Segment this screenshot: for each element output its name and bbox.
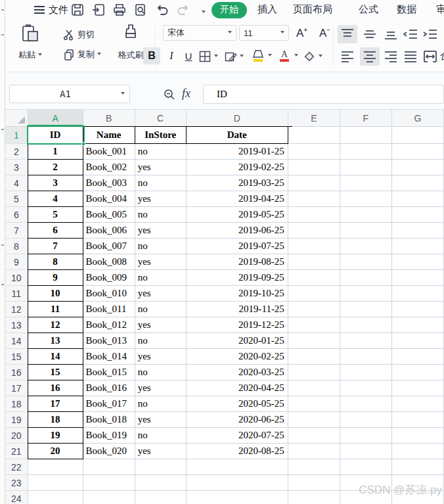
cell-C21[interactable]: yes xyxy=(135,444,187,459)
row-header-12[interactable]: 12 xyxy=(5,302,28,317)
cell-B22[interactable] xyxy=(83,459,135,475)
cell-E19[interactable] xyxy=(288,412,340,428)
cell-B6[interactable]: Book_005 xyxy=(83,207,135,223)
cell-B15[interactable]: Book_014 xyxy=(83,349,135,365)
cell-F4[interactable] xyxy=(340,175,392,191)
shrink-font-button[interactable]: A− xyxy=(319,26,330,40)
cell-E21[interactable] xyxy=(288,444,340,459)
cell-G13[interactable] xyxy=(392,317,444,333)
cell-E6[interactable] xyxy=(288,207,340,223)
redo-button[interactable] xyxy=(175,3,191,17)
cell-F9[interactable] xyxy=(340,254,392,270)
cell-G9[interactable] xyxy=(392,254,444,270)
cell-G19[interactable] xyxy=(392,412,444,428)
cell-D7[interactable]: 2019-06-25 xyxy=(187,223,288,239)
cell-D6[interactable]: 2019-05-25 xyxy=(187,207,288,223)
cell-B5[interactable]: Book_004 xyxy=(83,191,135,207)
cell-C20[interactable]: no xyxy=(135,428,187,444)
cell-F1[interactable] xyxy=(340,127,392,144)
row-header-24[interactable]: 24 xyxy=(5,491,28,504)
cell-D21[interactable]: 2020-08-25 xyxy=(187,444,288,459)
column-header-B[interactable]: B xyxy=(83,110,135,127)
cell-A17[interactable]: 16 xyxy=(28,380,83,396)
cell-D14[interactable]: 2020-01-25 xyxy=(187,333,288,349)
cell-A9[interactable]: 8 xyxy=(28,254,83,270)
cell-D1[interactable]: Date xyxy=(187,127,288,144)
cell-E10[interactable] xyxy=(288,270,340,286)
row-header-5[interactable]: 5 xyxy=(5,191,28,207)
cell-C13[interactable]: yes xyxy=(135,317,187,333)
cell-D2[interactable]: 2019-01-25 xyxy=(187,144,288,160)
cell-D8[interactable]: 2019-07-25 xyxy=(187,239,288,254)
cell-F5[interactable] xyxy=(340,191,392,207)
cell-C3[interactable]: yes xyxy=(135,160,187,175)
cell-C6[interactable]: no xyxy=(135,207,187,223)
cell-C19[interactable]: yes xyxy=(135,412,187,428)
cell-B23[interactable] xyxy=(83,475,135,491)
row-header-17[interactable]: 17 xyxy=(5,380,28,396)
cell-E1[interactable] xyxy=(288,127,340,144)
column-header-E[interactable]: E xyxy=(288,110,340,127)
cell-D5[interactable]: 2019-04-25 xyxy=(187,191,288,207)
cell-E3[interactable] xyxy=(288,160,340,175)
cell-G3[interactable] xyxy=(392,160,444,175)
cell-A19[interactable]: 18 xyxy=(28,412,83,428)
cell-G7[interactable] xyxy=(392,223,444,239)
cell-G16[interactable] xyxy=(392,365,444,380)
cell-C17[interactable]: yes xyxy=(135,380,187,396)
borders-button[interactable] xyxy=(198,50,218,63)
cell-A4[interactable]: 3 xyxy=(28,175,83,191)
row-header-15[interactable]: 15 xyxy=(5,349,28,365)
cell-E24[interactable] xyxy=(288,491,340,504)
cell-D19[interactable]: 2020-06-25 xyxy=(187,412,288,428)
cell-F20[interactable] xyxy=(340,428,392,444)
row-header-2[interactable]: 2 xyxy=(5,144,28,160)
tab-data[interactable]: 数据 xyxy=(397,3,416,16)
cell-G11[interactable] xyxy=(392,286,444,302)
cell-F3[interactable] xyxy=(340,160,392,175)
cell-F15[interactable] xyxy=(340,349,392,365)
cell-D12[interactable]: 2019-11-25 xyxy=(187,302,288,317)
cell-C23[interactable] xyxy=(135,475,187,491)
cell-B19[interactable]: Book_018 xyxy=(83,412,135,428)
tab-formulas[interactable]: 公式 xyxy=(359,3,378,16)
cell-E16[interactable] xyxy=(288,365,340,380)
cell-G4[interactable] xyxy=(392,175,444,191)
row-header-10[interactable]: 10 xyxy=(5,270,28,286)
cell-D10[interactable]: 2019-09-25 xyxy=(187,270,288,286)
cell-D16[interactable]: 2020-03-25 xyxy=(187,365,288,380)
cell-A10[interactable]: 9 xyxy=(28,270,83,286)
decrease-indent-button[interactable] xyxy=(401,25,420,43)
cell-C22[interactable] xyxy=(135,459,187,475)
cell-F8[interactable] xyxy=(340,239,392,254)
cell-F12[interactable] xyxy=(340,302,392,317)
paste-button[interactable]: 粘贴 xyxy=(12,24,49,61)
row-header-6[interactable]: 6 xyxy=(5,207,28,223)
row-header-1[interactable]: 1 xyxy=(5,127,28,144)
cell-B10[interactable]: Book_009 xyxy=(83,270,135,286)
cell-G10[interactable] xyxy=(392,270,444,286)
cell-D20[interactable]: 2020-07-25 xyxy=(187,428,288,444)
cell-D17[interactable]: 2020-04-25 xyxy=(187,380,288,396)
cell-G8[interactable] xyxy=(392,239,444,254)
select-all-corner[interactable] xyxy=(5,110,28,127)
cell-C7[interactable]: yes xyxy=(135,223,187,239)
font-size-select[interactable]: 11 xyxy=(239,25,289,41)
cell-B4[interactable]: Book_003 xyxy=(83,175,135,191)
align-top-button[interactable] xyxy=(338,25,357,43)
tab-review[interactable]: 审阅 xyxy=(436,3,444,16)
cell-E23[interactable] xyxy=(288,475,340,491)
bold-button[interactable]: B xyxy=(143,47,160,64)
cell-A20[interactable]: 19 xyxy=(28,428,83,444)
grow-font-button[interactable]: A+ xyxy=(296,26,307,40)
cell-A16[interactable]: 15 xyxy=(28,365,83,380)
cell-G5[interactable] xyxy=(392,191,444,207)
row-header-23[interactable]: 23 xyxy=(5,475,28,491)
insert-function-button[interactable]: fx xyxy=(182,87,190,101)
fill-handle[interactable] xyxy=(81,142,85,146)
row-header-21[interactable]: 21 xyxy=(5,444,28,459)
row-header-7[interactable]: 7 xyxy=(5,223,28,239)
cell-E18[interactable] xyxy=(288,396,340,412)
cell-B14[interactable]: Book_013 xyxy=(83,333,135,349)
cell-D13[interactable]: 2019-12-25 xyxy=(187,317,288,333)
